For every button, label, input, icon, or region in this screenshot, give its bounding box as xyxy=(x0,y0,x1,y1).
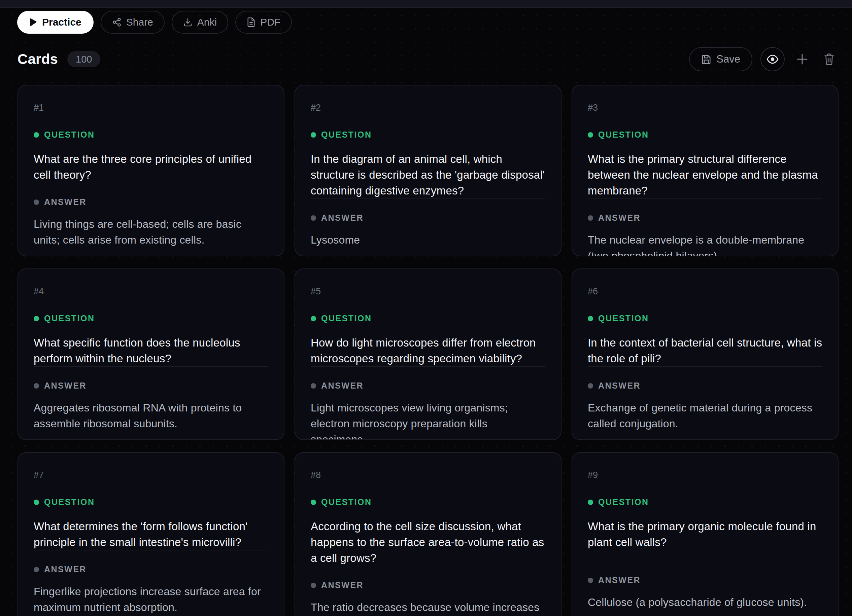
flashcard[interactable]: #9 QUESTION What is the primary organic … xyxy=(572,452,838,616)
answer-label-text: ANSWER xyxy=(321,213,364,223)
header-actions: Save xyxy=(689,47,838,71)
answer-dot-icon xyxy=(588,578,593,583)
answer-label: ANSWER xyxy=(311,580,545,590)
answer-text: Aggregates ribosomal RNA with proteins t… xyxy=(34,400,268,432)
question-answer-divider xyxy=(588,366,822,367)
pdf-export-button[interactable]: PDF xyxy=(235,11,292,34)
flashcard[interactable]: #8 QUESTION According to the cell size d… xyxy=(295,452,562,616)
document-icon xyxy=(247,18,255,27)
practice-button[interactable]: Practice xyxy=(17,11,94,34)
card-number: #5 xyxy=(311,286,545,297)
plus-icon xyxy=(795,52,809,66)
card-number: #6 xyxy=(588,286,822,297)
toolbar: Practice Share Anki PDF xyxy=(17,11,852,34)
question-label-text: QUESTION xyxy=(44,497,95,507)
answer-label: ANSWER xyxy=(34,381,268,391)
answer-section: ANSWER The ratio decreases because volum… xyxy=(311,566,545,616)
question-text: In the diagram of an animal cell, which … xyxy=(311,151,545,199)
page-title: Cards xyxy=(18,51,58,67)
flashcard[interactable]: #6 QUESTION In the context of bacterial … xyxy=(572,268,838,440)
anki-export-button[interactable]: Anki xyxy=(172,11,228,34)
question-answer-divider xyxy=(34,550,268,550)
question-label-text: QUESTION xyxy=(598,130,649,140)
eye-icon xyxy=(766,53,779,66)
question-text: What are the three core principles of un… xyxy=(34,151,268,183)
question-label: QUESTION xyxy=(311,130,545,140)
question-label: QUESTION xyxy=(34,497,268,507)
flashcard[interactable]: #5 QUESTION How do light microscopes dif… xyxy=(295,268,562,440)
delete-button[interactable] xyxy=(820,50,838,69)
question-text: How do light microscopes differ from ele… xyxy=(311,335,545,366)
answer-dot-icon xyxy=(311,383,316,389)
card-number: #9 xyxy=(588,470,822,480)
answer-text: Exchange of genetic material during a pr… xyxy=(588,400,822,432)
preview-eye-button[interactable] xyxy=(760,47,785,71)
flashcard[interactable]: #2 QUESTION In the diagram of an animal … xyxy=(295,85,562,256)
answer-label: ANSWER xyxy=(311,213,545,223)
question-text: What determines the 'form follows functi… xyxy=(34,518,268,550)
answer-dot-icon xyxy=(34,383,39,389)
question-dot-icon xyxy=(34,132,39,138)
add-card-button[interactable] xyxy=(793,50,811,69)
save-icon xyxy=(701,54,711,64)
trash-icon xyxy=(823,53,835,66)
card-number: #7 xyxy=(34,470,268,480)
flashcard[interactable]: #3 QUESTION What is the primary structur… xyxy=(572,85,838,256)
question-label-text: QUESTION xyxy=(44,313,95,323)
save-label: Save xyxy=(716,53,740,65)
answer-section: ANSWER Cellulose (a polysaccharide of gl… xyxy=(588,561,822,610)
answer-text: The ratio decreases because volume incre… xyxy=(311,599,545,616)
flashcard[interactable]: #4 QUESTION What specific function does … xyxy=(18,268,284,440)
question-dot-icon xyxy=(588,500,593,505)
answer-dot-icon xyxy=(588,383,593,389)
practice-label: Practice xyxy=(42,17,82,27)
question-text: What is the primary organic molecule fou… xyxy=(588,518,822,550)
anki-label: Anki xyxy=(197,17,217,27)
answer-dot-icon xyxy=(34,567,39,572)
save-button[interactable]: Save xyxy=(689,47,752,71)
share-icon xyxy=(112,18,121,27)
flashcard[interactable]: #1 QUESTION What are the three core prin… xyxy=(18,85,284,256)
question-answer-divider xyxy=(588,561,822,561)
answer-section: ANSWER Aggregates ribosomal RNA with pro… xyxy=(34,366,268,432)
question-answer-divider xyxy=(34,183,268,183)
answer-dot-icon xyxy=(311,583,316,588)
answer-text: Living things are cell-based; cells are … xyxy=(34,216,268,248)
question-dot-icon xyxy=(588,132,593,138)
question-label: QUESTION xyxy=(34,313,268,323)
cards-page: Practice Share Anki PDF Cards 100 xyxy=(0,0,852,616)
answer-text: Cellulose (a polysaccharide of glucose u… xyxy=(588,595,822,610)
answer-section: ANSWER Lysosome xyxy=(311,199,545,248)
download-icon xyxy=(183,18,193,27)
answer-label-text: ANSWER xyxy=(598,575,641,585)
question-label: QUESTION xyxy=(588,313,822,323)
share-label: Share xyxy=(126,17,153,27)
question-dot-icon xyxy=(34,316,39,321)
cards-header: Cards 100 Save xyxy=(0,46,852,73)
flashcard[interactable]: #7 QUESTION What determines the 'form fo… xyxy=(18,452,284,616)
answer-label-text: ANSWER xyxy=(44,565,86,574)
share-button[interactable]: Share xyxy=(101,11,165,34)
question-label-text: QUESTION xyxy=(598,313,649,323)
answer-label: ANSWER xyxy=(588,575,822,585)
question-answer-divider xyxy=(311,366,545,367)
question-dot-icon xyxy=(34,500,39,505)
pdf-label: PDF xyxy=(260,17,280,27)
answer-dot-icon xyxy=(34,199,39,205)
answer-text: The nuclear envelope is a double-membran… xyxy=(588,232,822,256)
answer-label-text: ANSWER xyxy=(598,381,641,391)
question-label: QUESTION xyxy=(311,313,545,323)
question-answer-divider xyxy=(588,199,822,199)
question-dot-icon xyxy=(588,316,593,321)
cards-grid: #1 QUESTION What are the three core prin… xyxy=(0,85,852,616)
card-number: #1 xyxy=(34,102,268,113)
question-label: QUESTION xyxy=(311,497,545,507)
question-label: QUESTION xyxy=(34,130,268,140)
answer-label: ANSWER xyxy=(34,565,268,574)
question-text: What specific function does the nucleolu… xyxy=(34,335,268,366)
question-text: According to the cell size discussion, w… xyxy=(311,518,545,566)
card-number: #3 xyxy=(588,102,822,113)
card-count-badge: 100 xyxy=(67,51,100,67)
answer-label: ANSWER xyxy=(588,213,822,223)
answer-dot-icon xyxy=(588,215,593,221)
